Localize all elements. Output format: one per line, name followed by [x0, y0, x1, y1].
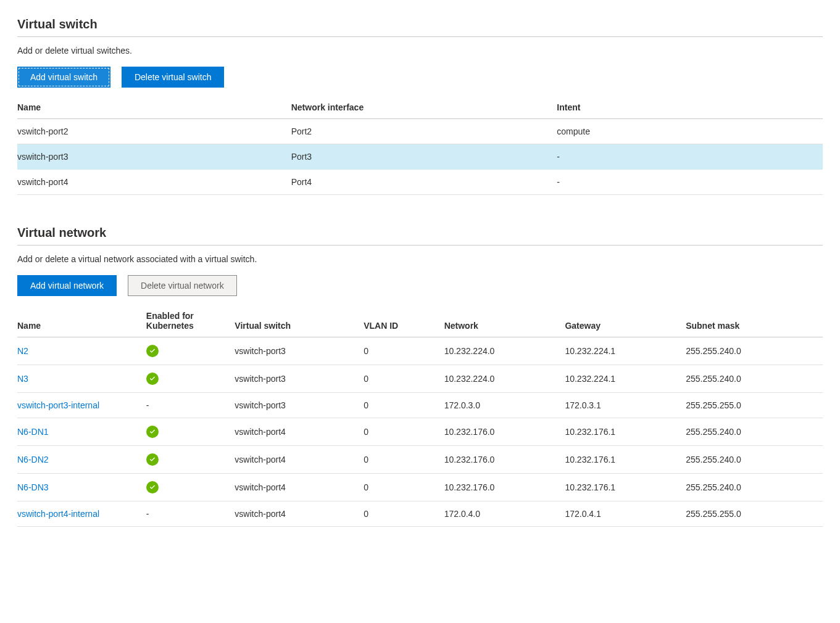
cell-enabled	[146, 418, 235, 446]
table-row[interactable]: N2vswitch-port3010.232.224.010.232.224.1…	[17, 337, 823, 365]
cell-network: 10.232.176.0	[444, 474, 565, 501]
cell-vswitch: vswitch-port3	[235, 365, 364, 393]
cell-vlan: 0	[364, 446, 444, 474]
column-header-name[interactable]: Name	[17, 96, 291, 119]
cell-vswitch: vswitch-port4	[235, 474, 364, 501]
virtual-switch-description: Add or delete virtual switches.	[17, 46, 823, 56]
virtual-switch-section: Virtual switch Add or delete virtual swi…	[17, 17, 823, 195]
table-row[interactable]: vswitch-port3Port3-	[17, 144, 823, 170]
enabled-dash: -	[146, 400, 149, 410]
cell-vlan: 0	[364, 474, 444, 501]
cell-name: N6-DN3	[17, 474, 146, 501]
cell-vswitch: vswitch-port4	[235, 501, 364, 527]
checkmark-icon	[146, 345, 159, 357]
column-header-enabled[interactable]: Enabled for Kubernetes	[146, 305, 235, 337]
cell-subnet: 255.255.240.0	[686, 474, 823, 501]
virtual-network-section: Virtual network Add or delete a virtual …	[17, 226, 823, 527]
cell-name: N6-DN2	[17, 446, 146, 474]
cell-vswitch: vswitch-port3	[235, 337, 364, 365]
virtual-switch-table: Name Network interface Intent vswitch-po…	[17, 96, 823, 195]
virtual-network-link[interactable]: vswitch-port4-internal	[17, 509, 99, 519]
cell-subnet: 255.255.240.0	[686, 337, 823, 365]
cell-gateway: 172.0.4.1	[565, 501, 686, 527]
cell-network-interface: Port2	[291, 119, 557, 144]
cell-vlan: 0	[364, 365, 444, 393]
add-virtual-switch-button[interactable]: Add virtual switch	[17, 67, 110, 88]
cell-network: 10.232.224.0	[444, 337, 565, 365]
checkmark-icon	[146, 481, 159, 493]
cell-vlan: 0	[364, 337, 444, 365]
cell-network: 10.232.224.0	[444, 365, 565, 393]
cell-vlan: 0	[364, 501, 444, 527]
cell-subnet: 255.255.240.0	[686, 365, 823, 393]
cell-gateway: 10.232.224.1	[565, 365, 686, 393]
table-row[interactable]: vswitch-port4Port4-	[17, 170, 823, 195]
delete-virtual-switch-button[interactable]: Delete virtual switch	[122, 67, 225, 88]
virtual-network-link[interactable]: N6-DN2	[17, 455, 49, 464]
cell-name: N6-DN1	[17, 418, 146, 446]
table-header-row: Name Network interface Intent	[17, 96, 823, 119]
cell-vswitch: vswitch-port4	[235, 418, 364, 446]
virtual-network-link[interactable]: N6-DN3	[17, 482, 49, 492]
virtual-network-link[interactable]: N6-DN1	[17, 427, 49, 437]
table-row[interactable]: N6-DN3vswitch-port4010.232.176.010.232.1…	[17, 474, 823, 501]
cell-network: 172.0.4.0	[444, 501, 565, 527]
cell-gateway: 10.232.224.1	[565, 337, 686, 365]
cell-gateway: 10.232.176.1	[565, 418, 686, 446]
cell-name: vswitch-port3-internal	[17, 393, 146, 418]
virtual-network-link[interactable]: N3	[17, 374, 28, 384]
enabled-dash: -	[146, 509, 149, 519]
column-header-subnet[interactable]: Subnet mask	[686, 305, 823, 337]
cell-name: N3	[17, 365, 146, 393]
cell-gateway: 10.232.176.1	[565, 446, 686, 474]
cell-intent: compute	[557, 119, 823, 144]
virtual-switch-title: Virtual switch	[17, 17, 823, 34]
cell-name: vswitch-port4	[17, 170, 291, 195]
virtual-network-title: Virtual network	[17, 226, 823, 242]
cell-enabled: -	[146, 501, 235, 527]
cell-subnet: 255.255.240.0	[686, 418, 823, 446]
column-header-name[interactable]: Name	[17, 305, 146, 337]
cell-name: vswitch-port4-internal	[17, 501, 146, 527]
table-row[interactable]: N6-DN1vswitch-port4010.232.176.010.232.1…	[17, 418, 823, 446]
section-divider	[17, 245, 823, 245]
table-row[interactable]: N3vswitch-port3010.232.224.010.232.224.1…	[17, 365, 823, 393]
cell-vswitch: vswitch-port3	[235, 393, 364, 418]
checkmark-icon	[146, 426, 159, 438]
cell-network: 172.0.3.0	[444, 393, 565, 418]
virtual-network-description: Add or delete a virtual network associat…	[17, 254, 823, 264]
cell-vlan: 0	[364, 393, 444, 418]
cell-vlan: 0	[364, 418, 444, 446]
cell-subnet: 255.255.240.0	[686, 446, 823, 474]
cell-gateway: 10.232.176.1	[565, 474, 686, 501]
cell-name: N2	[17, 337, 146, 365]
virtual-network-link[interactable]: vswitch-port3-internal	[17, 400, 99, 410]
table-header-row: Name Enabled for Kubernetes Virtual swit…	[17, 305, 823, 337]
cell-subnet: 255.255.255.0	[686, 501, 823, 527]
cell-enabled: -	[146, 393, 235, 418]
cell-network: 10.232.176.0	[444, 418, 565, 446]
cell-enabled	[146, 365, 235, 393]
column-header-intent[interactable]: Intent	[557, 96, 823, 119]
cell-enabled	[146, 337, 235, 365]
cell-network-interface: Port3	[291, 144, 557, 170]
virtual-network-link[interactable]: N2	[17, 346, 28, 356]
column-header-network-interface[interactable]: Network interface	[291, 96, 557, 119]
table-row[interactable]: vswitch-port4-internal-vswitch-port40172…	[17, 501, 823, 527]
table-row[interactable]: vswitch-port2Port2compute	[17, 119, 823, 144]
column-header-vlan[interactable]: VLAN ID	[364, 305, 444, 337]
virtual-network-table: Name Enabled for Kubernetes Virtual swit…	[17, 305, 823, 527]
cell-enabled	[146, 446, 235, 474]
column-header-vswitch[interactable]: Virtual switch	[235, 305, 364, 337]
column-header-gateway[interactable]: Gateway	[565, 305, 686, 337]
cell-network-interface: Port4	[291, 170, 557, 195]
cell-gateway: 172.0.3.1	[565, 393, 686, 418]
column-header-network[interactable]: Network	[444, 305, 565, 337]
table-row[interactable]: N6-DN2vswitch-port4010.232.176.010.232.1…	[17, 446, 823, 474]
section-divider	[17, 36, 823, 37]
add-virtual-network-button[interactable]: Add virtual network	[17, 275, 117, 296]
cell-intent: -	[557, 170, 823, 195]
delete-virtual-network-button[interactable]: Delete virtual network	[128, 275, 237, 296]
checkmark-icon	[146, 453, 159, 466]
table-row[interactable]: vswitch-port3-internal-vswitch-port30172…	[17, 393, 823, 418]
